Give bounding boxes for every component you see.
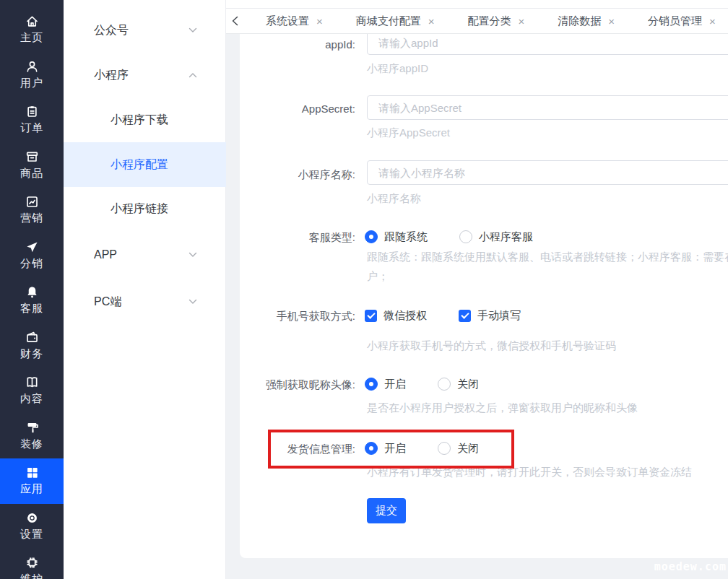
- chevron-down-icon: [188, 299, 197, 305]
- menu-item-official-account[interactable]: 公众号: [64, 8, 226, 53]
- radio-unselected-icon: [459, 230, 472, 243]
- sidebar-item-distribution[interactable]: 分销: [0, 233, 64, 279]
- tab-mall-payment-config[interactable]: 商城支付配置 ×: [356, 14, 435, 28]
- menu-item-app[interactable]: APP: [64, 230, 226, 279]
- user-icon: [25, 60, 39, 74]
- radio-follow-system[interactable]: 跟随系统: [365, 230, 428, 244]
- sidebar-item-marketing[interactable]: 营销: [0, 188, 64, 233]
- menu-item-label: 公众号: [94, 23, 129, 38]
- appid-input[interactable]: [367, 34, 728, 55]
- primary-sidebar: 主页 用户 订单 商品 营销 分销 客服 财务: [0, 0, 64, 579]
- radio-mini-program-service[interactable]: 小程序客服: [459, 230, 533, 244]
- service-bell-icon: [25, 285, 39, 299]
- menu-item-mini-program-config[interactable]: 小程序配置: [64, 142, 226, 187]
- collapse-tabs-icon[interactable]: [230, 15, 240, 27]
- field-label-appsecret: AppSecret:: [240, 102, 355, 116]
- close-icon[interactable]: ×: [709, 15, 716, 27]
- radio-label: 跟随系统: [384, 230, 428, 244]
- close-icon[interactable]: ×: [428, 15, 435, 27]
- field-label-service-type: 客服类型:: [240, 230, 355, 245]
- radio-label: 开启: [384, 378, 406, 391]
- menu-item-label: 小程序配置: [110, 157, 168, 173]
- sidebar-item-maintenance[interactable]: 维护: [0, 549, 64, 579]
- field-help-mini-program-name: 小程序名称: [367, 191, 421, 206]
- sidebar-item-label: 装修: [20, 437, 43, 451]
- sidebar-item-label: 财务: [20, 347, 43, 361]
- sidebar-item-home[interactable]: 主页: [0, 7, 64, 53]
- shipping-info-radio-group: 开启 关闭: [365, 441, 479, 456]
- appsecret-input[interactable]: [367, 95, 728, 120]
- decoration-roller-icon: [25, 421, 39, 435]
- radio-unselected-icon: [438, 442, 451, 455]
- service-type-radio-group: 跟随系统 小程序客服: [365, 230, 533, 244]
- radio-label: 关闭: [457, 378, 479, 391]
- tab-system-settings[interactable]: 系统设置 ×: [266, 14, 323, 28]
- field-help-phone-acquire: 小程序获取手机号的方式，微信授权和手机号验证码: [367, 339, 616, 353]
- chevron-up-icon: [188, 72, 197, 78]
- menu-item-pc[interactable]: PC端: [64, 279, 226, 324]
- menu-item-mini-program-link[interactable]: 小程序链接: [64, 187, 226, 230]
- radio-unselected-icon: [438, 378, 451, 391]
- checkbox-manual-fill[interactable]: 手动填写: [459, 309, 521, 323]
- sidebar-item-finance[interactable]: 财务: [0, 323, 64, 369]
- sidebar-item-customer-service[interactable]: 客服: [0, 278, 64, 323]
- sidebar-item-decoration[interactable]: 装修: [0, 414, 64, 459]
- sidebar-item-label: 用户: [20, 77, 43, 90]
- sidebar-item-label: 分销: [20, 257, 43, 271]
- menu-item-label: PC端: [94, 295, 121, 310]
- menu-item-mini-program[interactable]: 小程序: [64, 53, 226, 97]
- radio-enable[interactable]: 开启: [365, 442, 406, 456]
- field-label-appid: appId:: [240, 38, 355, 52]
- field-help-service-type-line1: 跟随系统：跟随系统使用默认客服、电话或者跳转链接；小程序客服：需要在: [367, 250, 728, 264]
- radio-disable[interactable]: 关闭: [438, 378, 479, 391]
- field-help-appsecret: 小程序AppSecret: [367, 126, 450, 140]
- tab-clear-data[interactable]: 清除数据 ×: [558, 14, 615, 28]
- goods-box-icon: [25, 150, 39, 164]
- secondary-sidebar: 公众号 小程序 小程序下载 小程序配置 小程序链接 APP PC端: [64, 0, 226, 579]
- sidebar-item-label: 客服: [20, 302, 43, 315]
- finance-wallet-icon: [25, 331, 39, 344]
- sidebar-item-users[interactable]: 用户: [0, 53, 64, 98]
- close-icon[interactable]: ×: [608, 15, 615, 27]
- tab-distributor-management[interactable]: 分销员管理 ×: [648, 14, 716, 28]
- settings-gear-icon: [25, 511, 39, 525]
- force-nickname-radio-group: 开启 关闭: [365, 377, 479, 391]
- tab-bar: 系统设置 × 商城支付配置 × 配置分类 × 清除数据 × 分销员管理 ×: [226, 9, 728, 34]
- radio-enable[interactable]: 开启: [365, 378, 406, 391]
- radio-disable[interactable]: 关闭: [438, 442, 479, 456]
- sidebar-item-label: 维护: [20, 573, 43, 579]
- field-label-force-nickname-avatar: 强制获取昵称头像:: [240, 378, 355, 392]
- field-label-shipping-info: 发货信息管理:: [240, 442, 355, 456]
- sidebar-item-label: 商品: [20, 167, 43, 180]
- close-icon[interactable]: ×: [519, 15, 525, 27]
- checkbox-checked-icon: [459, 310, 471, 322]
- checkbox-label: 微信授权: [384, 309, 427, 323]
- checkbox-label: 手动填写: [477, 309, 521, 323]
- sidebar-item-label: 内容: [20, 392, 43, 406]
- tab-config-category[interactable]: 配置分类 ×: [468, 14, 525, 28]
- app-root: 主页 用户 订单 商品 营销 分销 客服 财务: [0, 0, 728, 579]
- checkbox-checked-icon: [365, 310, 377, 322]
- submit-button[interactable]: 提交: [367, 498, 406, 523]
- field-label-phone-acquire: 手机号获取方式:: [240, 309, 355, 323]
- menu-item-label: 小程序下载: [110, 113, 168, 128]
- sidebar-item-label: 设置: [20, 528, 43, 541]
- sidebar-item-label: 营销: [20, 212, 43, 225]
- menu-item-mini-program-download[interactable]: 小程序下载: [64, 97, 226, 142]
- checkbox-wechat-auth[interactable]: 微信授权: [365, 309, 427, 323]
- tab-label: 系统设置: [266, 14, 309, 28]
- menu-item-label: 小程序: [94, 68, 129, 83]
- sidebar-item-content[interactable]: 内容: [0, 368, 64, 414]
- sidebar-item-label: 主页: [20, 31, 43, 45]
- close-icon[interactable]: ×: [316, 15, 323, 27]
- submenu-list: 公众号 小程序 小程序下载 小程序配置 小程序链接 APP PC端: [64, 8, 226, 324]
- sidebar-item-orders[interactable]: 订单: [0, 97, 64, 143]
- sidebar-item-settings[interactable]: 设置: [0, 504, 64, 549]
- field-help-force-nickname-avatar: 是否在小程序用户授权之后，弹窗获取用户的昵称和头像: [367, 401, 638, 415]
- sidebar-item-goods[interactable]: 商品: [0, 143, 64, 188]
- sidebar-item-apps[interactable]: 应用: [0, 458, 64, 504]
- mini-program-name-input[interactable]: [367, 160, 728, 185]
- radio-selected-icon: [365, 230, 378, 243]
- tab-label: 商城支付配置: [356, 14, 421, 28]
- field-label-mini-program-name: 小程序名称:: [240, 167, 355, 182]
